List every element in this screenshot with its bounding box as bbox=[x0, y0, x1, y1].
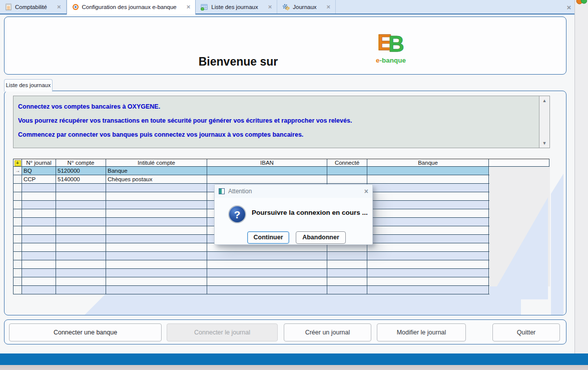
table-cell bbox=[106, 218, 207, 226]
table-cell bbox=[367, 218, 489, 226]
info-scrollbar[interactable]: ▲ ▼ bbox=[539, 96, 549, 148]
quitter-button[interactable]: Quitter bbox=[492, 323, 560, 341]
column-header-iban[interactable]: IBAN bbox=[207, 159, 327, 166]
row-indicator-cell bbox=[14, 260, 22, 268]
table-cell bbox=[367, 243, 489, 251]
modifier-le-journal-button[interactable]: Modifier le journal bbox=[377, 323, 466, 341]
table-cell bbox=[22, 192, 56, 200]
tabbar-close-icon[interactable]: × bbox=[564, 3, 573, 12]
table-cell bbox=[56, 184, 106, 192]
plus-icon[interactable]: + bbox=[15, 160, 21, 166]
table-row[interactable] bbox=[14, 286, 489, 294]
table-cell bbox=[367, 192, 489, 200]
table-cell bbox=[56, 243, 106, 251]
welcome-panel: Bienvenue sur E B e-banque bbox=[4, 17, 566, 75]
tab-close-icon[interactable]: × bbox=[268, 3, 272, 11]
table-cell bbox=[367, 235, 489, 243]
table-cell bbox=[106, 192, 207, 200]
table-cell bbox=[106, 209, 207, 217]
table-row[interactable] bbox=[14, 269, 489, 277]
table-cell bbox=[207, 167, 327, 175]
row-indicator-cell bbox=[14, 269, 22, 277]
table-cell bbox=[56, 218, 106, 226]
row-indicator-cell bbox=[14, 235, 22, 243]
dialog-title-bar[interactable]: Attention × bbox=[215, 185, 372, 198]
abandonner-button[interactable]: Abandonner bbox=[296, 231, 346, 244]
tab-label: Configuration des journaux e-banque bbox=[82, 4, 177, 10]
table-row[interactable] bbox=[14, 260, 489, 269]
row-indicator-cell bbox=[14, 201, 22, 209]
dialog-close-icon[interactable]: × bbox=[364, 187, 368, 195]
table-cell bbox=[367, 269, 489, 277]
table-cell: CCP bbox=[22, 175, 56, 183]
ebanque-logo-icon: E B bbox=[376, 30, 405, 54]
table-cell bbox=[22, 286, 56, 294]
gears-icon bbox=[282, 4, 290, 11]
table-row[interactable] bbox=[14, 277, 489, 286]
row-indicator-cell bbox=[14, 286, 22, 294]
table-row[interactable]: CCP5140000Chèques postaux bbox=[14, 175, 489, 184]
table-cell bbox=[106, 184, 207, 192]
add-row-button[interactable]: + bbox=[14, 159, 22, 166]
table-cell bbox=[327, 175, 367, 183]
info-line: Connectez vos comptes bancaires à OXYGEN… bbox=[18, 100, 534, 114]
row-indicator-cell bbox=[14, 184, 22, 192]
row-indicator-cell bbox=[14, 209, 22, 217]
tab-label: Journaux bbox=[293, 4, 316, 10]
table-cell: 5140000 bbox=[56, 175, 106, 183]
table-cell bbox=[22, 218, 56, 226]
ebanque-config-icon bbox=[72, 4, 79, 11]
tab-configuration-journaux-ebanque[interactable]: Configuration des journaux e-banque × bbox=[67, 0, 196, 15]
ebanque-logo: E B e-banque bbox=[370, 30, 412, 64]
column-header-banque[interactable]: Banque bbox=[367, 159, 489, 166]
table-cell bbox=[106, 286, 207, 294]
column-header-connecte[interactable]: Connecté bbox=[327, 159, 367, 166]
tab-comptabilite[interactable]: Comptabilité × bbox=[0, 0, 67, 14]
table-cell bbox=[56, 226, 106, 234]
dialog-title: Attention bbox=[228, 188, 364, 195]
scroll-up-icon[interactable]: ▲ bbox=[539, 98, 549, 103]
continuer-button[interactable]: Continuer bbox=[247, 231, 289, 244]
table-cell bbox=[22, 277, 56, 285]
table-cell bbox=[56, 252, 106, 260]
tab-label: Liste des journaux bbox=[211, 4, 258, 10]
table-cell bbox=[207, 252, 327, 260]
table-cell bbox=[22, 235, 56, 243]
dialog-window-icon bbox=[219, 188, 225, 194]
window-right-edge bbox=[574, 0, 588, 353]
table-cell bbox=[56, 269, 106, 277]
column-header-compte[interactable]: N° compte bbox=[56, 159, 106, 166]
table-cell bbox=[367, 201, 489, 209]
creer-un-journal-button[interactable]: Créer un journal bbox=[284, 323, 371, 341]
window-corner-icon bbox=[576, 0, 587, 7]
table-cell bbox=[106, 226, 207, 234]
tab-close-icon[interactable]: × bbox=[57, 3, 61, 11]
table-cell bbox=[327, 277, 367, 285]
column-header-intitule[interactable]: Intitulé compte bbox=[106, 159, 207, 166]
connecter-une-banque-button[interactable]: Connecter une banque bbox=[9, 323, 162, 341]
subtab-liste-des-journaux[interactable]: Liste des journaux bbox=[4, 79, 53, 92]
table-cell bbox=[106, 201, 207, 209]
tab-liste-des-journaux[interactable]: Liste des journaux × bbox=[196, 0, 277, 14]
table-cell bbox=[207, 286, 327, 294]
table-row[interactable] bbox=[14, 252, 489, 260]
table-cell bbox=[106, 235, 207, 243]
table-cell: Banque bbox=[106, 167, 207, 175]
connecter-le-journal-button[interactable]: Connecter le journal bbox=[167, 323, 278, 341]
tab-close-icon[interactable]: × bbox=[187, 3, 191, 11]
table-cell bbox=[106, 243, 207, 251]
column-header-journal[interactable]: N° journal bbox=[22, 159, 56, 166]
dialog-message: Poursuivre la connexion en cours ... bbox=[252, 209, 370, 216]
row-indicator-cell bbox=[14, 252, 22, 260]
scroll-down-icon[interactable]: ▼ bbox=[539, 141, 549, 146]
tab-close-icon[interactable]: × bbox=[327, 3, 331, 11]
table-cell bbox=[56, 235, 106, 243]
table-cell bbox=[106, 252, 207, 260]
table-cell bbox=[56, 277, 106, 285]
table-cell bbox=[367, 184, 489, 192]
application-window: Comptabilité × Configuration des journau… bbox=[0, 0, 588, 370]
table-cell bbox=[367, 209, 489, 217]
table-row[interactable]: →BQ5120000Banque bbox=[14, 167, 489, 175]
table-cell bbox=[22, 269, 56, 277]
tab-journaux[interactable]: Journaux × bbox=[277, 0, 336, 14]
